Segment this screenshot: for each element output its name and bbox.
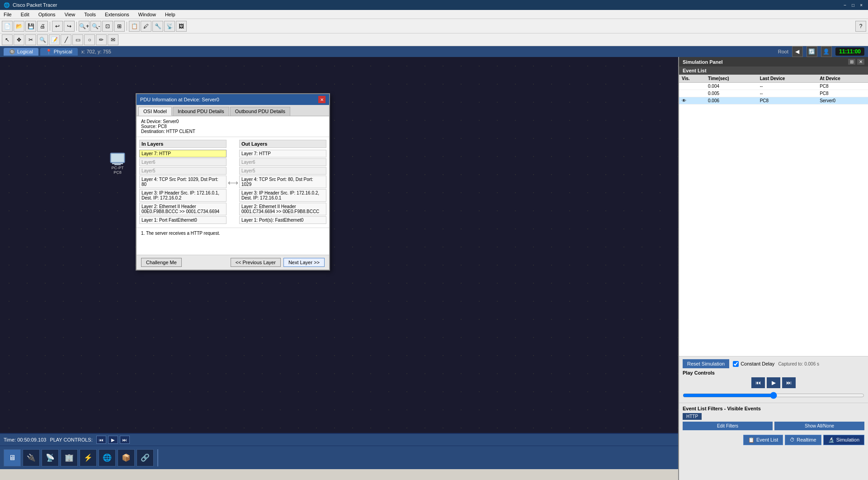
device-btn-1[interactable]: 🖥	[4, 449, 21, 466]
next-layer-btn[interactable]: Next Layer >>	[283, 258, 325, 267]
user-btn[interactable]: 👤	[821, 46, 832, 57]
device-btn-6[interactable]: 🌐	[99, 449, 116, 466]
maximize-btn[interactable]: □	[850, 3, 856, 8]
menu-window[interactable]: Window	[137, 12, 158, 17]
pdu-tab-inbound[interactable]: Inbound PDU Details	[173, 107, 229, 116]
status-back-btn[interactable]: ⏮	[96, 436, 106, 444]
select-btn[interactable]: ↖	[2, 34, 13, 45]
event-row-1[interactable]: 0.004 -- PC8	[679, 83, 868, 90]
back-btn[interactable]: ◀	[792, 46, 803, 57]
in-layer-7[interactable]: Layer 7: HTTP	[139, 150, 226, 157]
simulation-btn[interactable]: 🔬 Simulation	[823, 435, 864, 445]
event-row-2[interactable]: 0.005 -- PC8	[679, 90, 868, 97]
in-layer-3[interactable]: Layer 3: IP Header Src. IP: 172.16.0.1, …	[139, 189, 226, 202]
custom-5[interactable]: 🖼	[176, 21, 187, 32]
show-all-none-btn[interactable]: Show All/None	[774, 422, 864, 430]
sim-restore-btn[interactable]: ⊞	[848, 59, 855, 65]
in-layer-1[interactable]: Layer 1: Port FastEthernet0	[139, 216, 226, 224]
out-layer-7[interactable]: Layer 7: HTTP	[239, 150, 326, 157]
constant-delay-checkbox[interactable]	[733, 361, 739, 367]
play-fwd-btn[interactable]: ⏭	[782, 377, 796, 388]
device-btn-3[interactable]: 📡	[42, 449, 59, 466]
event-row-3[interactable]: 👁 0.006 PC8 Server0	[679, 97, 868, 105]
zoom-fit-btn[interactable]: ⊡	[102, 21, 113, 32]
out-layer-2[interactable]: Layer 2: Ethernet II Header 0001.C734.66…	[239, 203, 326, 215]
rect-btn[interactable]: ▭	[72, 34, 83, 45]
eye-icon[interactable]: 👁	[682, 98, 686, 103]
event-2-time: 0.005	[705, 90, 757, 97]
device-btn-8[interactable]: 🔗	[137, 449, 154, 466]
open-btn[interactable]: 📂	[14, 21, 24, 32]
custom-1[interactable]: 📋	[129, 21, 140, 32]
out-layer-1[interactable]: Layer 1: Port(s): FastEthernet0	[239, 216, 326, 224]
in-layer-2[interactable]: Layer 2: Ethernet II Header 00E0.F9B8.BC…	[139, 203, 226, 215]
pdu-destination: Destination: HTTP CLIENT	[141, 129, 325, 134]
line-btn[interactable]: ╱	[61, 34, 71, 45]
zoom-in-btn[interactable]: 🔍+	[79, 21, 90, 32]
speed-slider[interactable]	[683, 392, 864, 399]
sim-close-btn[interactable]: ✕	[857, 59, 864, 65]
out-layer-4[interactable]: Layer 4: TCP Src Port: 80, Dst Port: 102…	[239, 176, 326, 188]
reset-sim-btn[interactable]: Reset Simulation	[683, 359, 729, 368]
event-list-btn[interactable]: 📋 Event List	[743, 435, 783, 445]
delete-btn[interactable]: ✂	[25, 34, 36, 45]
pdu-tabs: OSI Model Inbound PDU Details Outbound P…	[137, 105, 329, 116]
inspect-btn[interactable]: 🔍	[37, 34, 48, 45]
ellipse-btn[interactable]: ○	[84, 34, 95, 45]
out-layer-3[interactable]: Layer 3: IP Header Src. IP: 172.16.0.2, …	[239, 189, 326, 202]
out-layer-6[interactable]: Layer6	[239, 158, 326, 166]
device-btn-4[interactable]: 🏢	[61, 449, 78, 466]
pc-device[interactable]: PC-PT PC8	[108, 152, 127, 175]
edit-filters-btn[interactable]: Edit Filters	[683, 422, 773, 430]
realtime-btn[interactable]: ⏱ Realtime	[785, 435, 821, 445]
forward-btn[interactable]: 🔃	[807, 46, 817, 57]
help-btn[interactable]: ?	[855, 21, 866, 32]
event-3-vis[interactable]: 👁	[679, 97, 705, 105]
menu-file[interactable]: File	[2, 12, 14, 17]
pdu-tab-outbound[interactable]: Outbound PDU Details	[230, 107, 290, 116]
in-layer-5[interactable]: Layer5	[139, 167, 226, 175]
custom-2[interactable]: 🖊	[141, 21, 151, 32]
canvas-area[interactable]: ✉ PC-PT PC8	[0, 57, 678, 433]
status-fwd-btn[interactable]: ⏭	[120, 436, 130, 444]
challenge-btn[interactable]: Challenge Me	[141, 258, 182, 267]
pencil-btn[interactable]: ✏	[96, 34, 107, 45]
save-btn[interactable]: 💾	[25, 21, 36, 32]
menu-tools[interactable]: Tools	[82, 12, 98, 17]
title-bar-left: 🌐 Cisco Packet Tracer	[4, 2, 57, 8]
minimize-btn[interactable]: −	[842, 3, 848, 8]
email-btn[interactable]: ✉	[108, 34, 118, 45]
menu-help[interactable]: Help	[163, 12, 177, 17]
print-btn[interactable]: 🖨	[37, 21, 48, 32]
pdu-tab-osi[interactable]: OSI Model	[138, 107, 172, 116]
svg-rect-8	[112, 163, 123, 164]
pdu-close-btn[interactable]: ✕	[318, 96, 326, 103]
zoom-out-btn[interactable]: 🔍-	[90, 21, 101, 32]
device-btn-5[interactable]: ⚡	[80, 449, 97, 466]
menu-options[interactable]: Options	[37, 12, 57, 17]
play-back-btn[interactable]: ⏮	[751, 377, 765, 388]
out-layer-5[interactable]: Layer5	[239, 167, 326, 175]
menu-extensions[interactable]: Extensions	[103, 12, 131, 17]
physical-tab[interactable]: 📍 Physical	[40, 48, 78, 56]
menu-edit[interactable]: Edit	[19, 12, 31, 17]
custom-4[interactable]: 📡	[164, 21, 175, 32]
zoom-reset-btn[interactable]: ⊞	[114, 21, 125, 32]
in-layer-6[interactable]: Layer6	[139, 158, 226, 166]
redo-btn[interactable]: ↪	[64, 21, 75, 32]
note-btn[interactable]: 📝	[49, 34, 60, 45]
play-pause-btn[interactable]: ▶	[767, 377, 780, 388]
device-btn-2[interactable]: 🔌	[23, 449, 40, 466]
close-btn[interactable]: ×	[858, 3, 864, 8]
logical-tab[interactable]: 🔘 Logical	[4, 48, 38, 56]
in-layer-4[interactable]: Layer 4: TCP Src Port: 1029, Dst Port: 8…	[139, 176, 226, 188]
menu-view[interactable]: View	[63, 12, 77, 17]
custom-3[interactable]: 🔧	[152, 21, 163, 32]
move-btn[interactable]: ✥	[14, 34, 24, 45]
status-play-btn[interactable]: ▶	[108, 436, 118, 444]
device-btn-7[interactable]: 📦	[118, 449, 135, 466]
new-btn[interactable]: 📄	[2, 21, 13, 32]
col-last-device: Last Device	[757, 75, 817, 83]
undo-btn[interactable]: ↩	[52, 21, 63, 32]
prev-layer-btn[interactable]: << Previous Layer	[231, 258, 281, 267]
